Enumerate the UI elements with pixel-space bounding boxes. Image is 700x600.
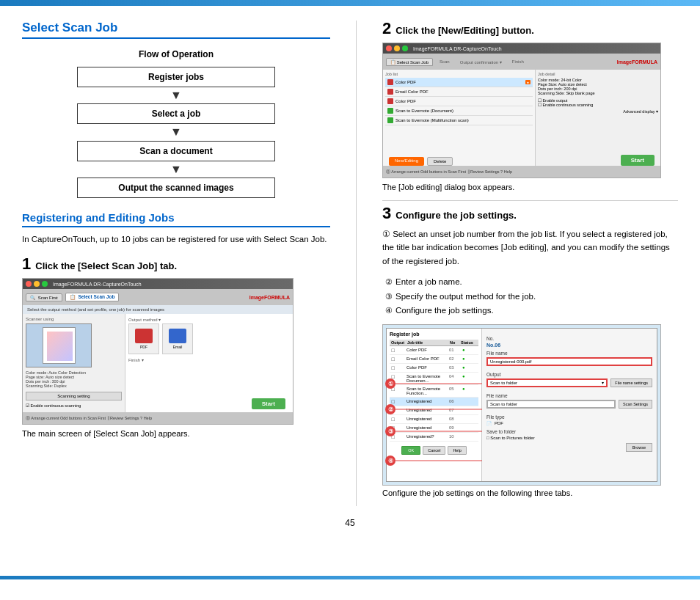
rw-job-row-10[interactable]: ☐ Unregistered? 10 — [390, 433, 478, 442]
sw1-email-icon — [169, 329, 186, 343]
content-area: Select Scan Job Flow of Operation Regist… — [0, 6, 700, 513]
configure-item-4-text: Configure the job settings. — [395, 304, 494, 318]
sw2-tab-select[interactable]: 📋 Select Scan Job — [386, 58, 433, 66]
rw-filetype-label: File type — [486, 414, 652, 420]
sw1-finish-label: Finish ▾ — [128, 357, 290, 362]
rw-job-row-7[interactable]: ☐ Unregistered 07 — [390, 406, 478, 415]
sw2-job-evernote-multi[interactable]: Scan to Evernote (Multifunction scan) — [385, 116, 533, 125]
flow-container: Register jobs ▼ Select a job ▼ Scan a do… — [22, 67, 330, 198]
rw-output-settings-btn[interactable]: File name settings — [610, 378, 652, 387]
sw1-start-button[interactable]: Start — [252, 398, 285, 409]
sw1-output-icon-1: PDF — [128, 323, 159, 354]
rw-job-no-6: 06 — [449, 399, 460, 404]
rw-job-name-2: Email Color PDF — [406, 356, 447, 362]
rw-job-row-9[interactable]: ☐ Unregistered 09 — [390, 424, 478, 433]
sw2-job-dot-1 — [387, 79, 393, 85]
rw-job-row-4[interactable]: ☐ Scan to Evernote Documen... 04 ● — [390, 373, 478, 385]
sw1-props: Color mode: Auto Color Detection Page si… — [26, 370, 122, 388]
sw2-checkbox-scanning: ☐ Enable continuous scanning — [538, 103, 658, 107]
rw-job-output-4: ☐ — [391, 374, 404, 383]
right-column: 2 Click the [New/Editing] button. ImageF… — [382, 21, 678, 506]
sw2-start-button[interactable]: Start — [621, 155, 655, 166]
rw-job-row-6[interactable]: ☐ Unregistered 06 — [390, 398, 478, 406]
rw-job-no-9: 09 — [449, 425, 460, 431]
step3-header: 3 Configure the job settings. — [382, 205, 678, 222]
sw2-job-dot-3 — [387, 98, 393, 104]
rw-job-status-9 — [462, 425, 477, 431]
rw-filename-input[interactable]: Scan to folder — [486, 400, 616, 409]
rw-job-output-8: ☐ — [391, 417, 404, 422]
sw1-thumbnail — [26, 323, 92, 367]
rw-job-no-8: 08 — [449, 417, 460, 422]
rw-window-title: Register job — [390, 332, 478, 337]
configure-item-2: ② Enter a job name. — [385, 275, 678, 290]
rw-save-folder-label: Save to folder — [486, 429, 652, 434]
sw2-job-email-pdf[interactable]: Email Color PDF — [385, 87, 533, 97]
sw2-delete-btn[interactable]: Delete — [427, 157, 453, 166]
flow-arrow-1: ▼ — [170, 87, 182, 103]
rw-job-name-3: Color PDF — [406, 365, 447, 370]
rw-col-status: Status — [461, 340, 477, 345]
rw-job-row-2[interactable]: ☐ Email Color PDF 02 ● — [390, 355, 478, 364]
rw-job-no-4: 04 — [449, 374, 460, 383]
sw1-tab-scan-first[interactable]: 🔍 Scan First — [26, 293, 62, 301]
rw-help-btn[interactable]: Help — [448, 446, 466, 455]
sw1-tab-select-scan-job[interactable]: 📋 Select Scan Job — [65, 293, 120, 301]
rw-field-no-label: No. — [486, 336, 652, 341]
sw1-select-icon: 📋 — [70, 294, 76, 299]
configure-item-3-text: Specify the output method for the job. — [395, 290, 536, 304]
configure-desc: ① Select an unset job number from the jo… — [382, 227, 678, 268]
rw-list-header: Output Job title No Status — [390, 340, 478, 346]
sw1-prop-label-3: Scanning Side: — [26, 384, 54, 388]
rw-job-row-5[interactable]: ☐ Scan to Evernote Function... 05 ● — [390, 385, 478, 398]
rw-ok-btn[interactable]: OK — [401, 446, 420, 455]
sw2-job-color-pdf[interactable]: Color PDF ● — [385, 78, 533, 87]
flow-step-select: Select a job — [77, 103, 275, 124]
step3-number: 3 — [382, 205, 391, 222]
step3-caption: Configure the job settings on the follow… — [382, 489, 678, 497]
rw-job-output-7: ☐ — [391, 408, 404, 413]
rw-browse-btn[interactable]: Browse — [626, 443, 652, 452]
sw2-toolbar: 📋 Select Scan Job Scan Output confirmati… — [383, 54, 660, 70]
rw-cancel-btn[interactable]: Cancel — [423, 446, 445, 455]
sw2-min-btn — [394, 45, 400, 51]
sw1-bottom-text: ⓪ Arrange current Odd buttons in Scan Fi… — [26, 416, 152, 421]
sw2-detail-value-3: Skip blank page — [566, 91, 594, 95]
rw-output-dropdown[interactable]: Scan to folder ▾ — [486, 378, 608, 387]
sw1-output-icon-2: Email — [162, 323, 193, 354]
rw-job-name-1: Color PDF — [406, 348, 447, 353]
rw-job-row-3[interactable]: ☐ Color PDF 03 ● — [390, 364, 478, 373]
rw-job-no-7: 07 — [449, 408, 460, 413]
sw2-job-color-pdf2[interactable]: Color PDF — [385, 97, 533, 106]
rw-job-row-8[interactable]: ☐ Unregistered 08 — [390, 415, 478, 424]
sw2-new-editing-btn[interactable]: New/Editing — [389, 157, 424, 166]
sw2-titlebar: ImageFORMULA DR-CaptureOnTouch — [383, 43, 660, 54]
rw-right-panel: No. No.06 File name Unregistered-000.pdf — [482, 329, 657, 481]
rw-job-row-1[interactable]: ☐ Color PDF 01 ● — [390, 346, 478, 355]
sw2-detail-props: Color mode: 24-bit Color Page Size: Auto… — [538, 78, 658, 95]
top-decorative-bar — [0, 0, 700, 6]
rw-bottom-buttons: OK Cancel Help — [390, 446, 478, 455]
sw2-job-name-2: Email Color PDF — [395, 89, 429, 94]
rw-job-no-10: 10 — [449, 434, 460, 439]
sw2-logo: ImageFORMULA — [617, 59, 657, 65]
step2-text: Click the [New/Editing] button. — [395, 25, 534, 36]
rw-job-name-input-value: Unregistered-000.pdf — [490, 359, 531, 364]
page-number: 45 — [0, 513, 700, 534]
rw-job-name-4: Scan to Evernote Documen... — [406, 374, 447, 383]
rw-job-status-4: ● — [462, 374, 477, 383]
circled-num-4: ④ — [385, 304, 393, 318]
rw-scan-settings-btn[interactable]: Scan Settings — [619, 400, 652, 409]
rw-job-name-6: Unregistered — [406, 399, 447, 404]
sw2-job-evernote-doc[interactable]: Scan to Evernote (Document) — [385, 106, 533, 116]
rw-output-value: Scan to folder — [490, 381, 517, 385]
sw1-doc-image — [47, 332, 73, 361]
rw-filetype-row: 📄 PDF — [486, 421, 652, 426]
rw-col-no: No — [450, 340, 461, 345]
flow-step-scan: Scan a document — [77, 141, 275, 161]
rw-job-name-input[interactable]: Unregistered-000.pdf — [486, 357, 652, 366]
registering-title: Registering and Editing Jobs — [22, 211, 330, 227]
step3-screenshot-inner: Register job Output Job title No Status … — [383, 325, 660, 485]
step1-number: 1 — [22, 256, 31, 272]
sw1-scanning-settings-btn[interactable]: Scanning setting — [26, 392, 122, 400]
